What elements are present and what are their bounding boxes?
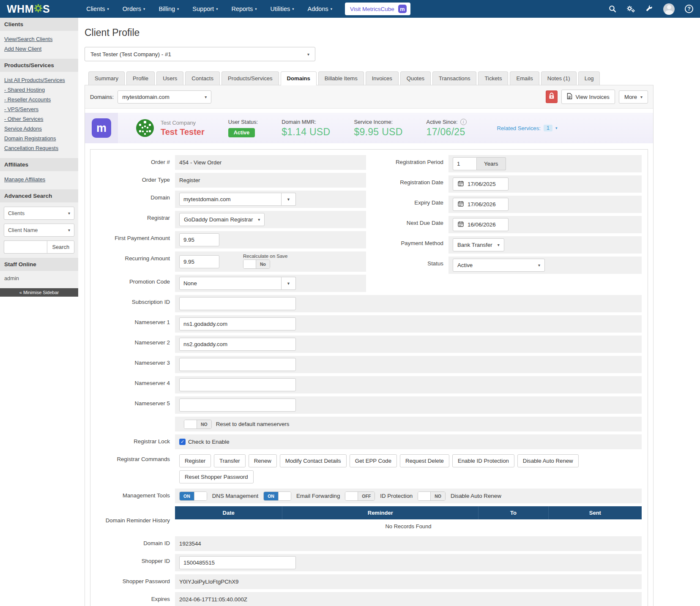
reset-nameservers-toggle[interactable]: NO: [184, 420, 212, 429]
nav-clients[interactable]: Clients▾: [79, 0, 116, 18]
tab-log[interactable]: Log: [578, 71, 600, 85]
nameserver4-input[interactable]: [179, 378, 296, 391]
tab-invoices[interactable]: Invoices: [366, 71, 399, 85]
modify-contact-details-button[interactable]: Modify Contact Details: [280, 454, 347, 467]
help-icon[interactable]: ?: [685, 5, 693, 13]
sidebar-link-shared-hosting[interactable]: - Shared Hosting: [4, 85, 74, 95]
nav-reports[interactable]: Reports▾: [224, 0, 263, 18]
recurring-amount-input[interactable]: [179, 255, 219, 268]
chevron-down-icon: ▾: [216, 0, 218, 18]
sidebar-link-vps-servers[interactable]: - VPS/Servers: [4, 104, 74, 114]
advanced-search-category-select[interactable]: Clients▾: [4, 207, 74, 220]
nav-orders[interactable]: Orders▾: [116, 0, 152, 18]
tab-domains[interactable]: Domains: [281, 71, 317, 85]
disable-auto-renew-button[interactable]: Disable Auto Renew: [517, 454, 579, 467]
nav-support[interactable]: Support▾: [186, 0, 224, 18]
registration-date-input[interactable]: 17/06/2025: [453, 177, 509, 191]
tab-emails[interactable]: Emails: [510, 71, 539, 85]
recalculate-on-save-toggle[interactable]: No: [243, 259, 270, 269]
next-due-date-input[interactable]: 16/06/2026: [453, 218, 509, 231]
expiry-date-input[interactable]: 17/06/2026: [453, 198, 509, 211]
request-delete-button[interactable]: Request Delete: [400, 454, 449, 467]
tab-contacts[interactable]: Contacts: [185, 71, 220, 85]
domain-selector-dropdown[interactable]: mytestdomain.com ▾: [118, 90, 211, 104]
wrench-icon[interactable]: [645, 5, 653, 13]
tab-billable-items[interactable]: Billable Items: [318, 71, 364, 85]
domain-input[interactable]: [179, 193, 282, 206]
sidebar-link-service-addons[interactable]: Service Addons: [4, 124, 74, 134]
enable-id-protection-button[interactable]: Enable ID Protection: [452, 454, 514, 467]
user-avatar[interactable]: [663, 3, 675, 15]
sidebar-link-other-services[interactable]: - Other Services: [4, 114, 74, 124]
payment-method-select[interactable]: Bank Transfer ▾: [453, 238, 504, 251]
system-settings-cogs-icon[interactable]: [626, 5, 635, 13]
sidebar-section-affiliates: Affiliates: [0, 158, 78, 171]
nameserver1-input[interactable]: [179, 317, 296, 330]
shopper-id-input[interactable]: [179, 556, 296, 569]
tab-profile[interactable]: Profile: [126, 71, 155, 85]
transfer-button[interactable]: Transfer: [214, 454, 246, 467]
registrar-lock-checkbox-label: Check to Enable: [188, 439, 230, 445]
renew-button[interactable]: Renew: [249, 454, 277, 467]
visit-metricscube-button[interactable]: Visit MetricsCube m: [345, 3, 410, 15]
registration-period-unit: Years: [477, 157, 506, 170]
nav-billing[interactable]: Billing▾: [152, 0, 186, 18]
column-header-to[interactable]: To: [479, 506, 549, 519]
advanced-search-input[interactable]: [4, 240, 47, 254]
domain-id-value: 1923544: [179, 540, 201, 547]
sidebar-link-reseller-accounts[interactable]: - Reseller Accounts: [4, 95, 74, 104]
whmcs-logo[interactable]: WHMS: [7, 3, 50, 16]
more-button[interactable]: More ▾: [619, 90, 648, 104]
minimise-sidebar-button[interactable]: « Minimise Sidebar: [0, 288, 78, 297]
search-icon[interactable]: [609, 5, 616, 13]
sidebar-link-cancellation-requests[interactable]: Cancellation Requests: [4, 143, 74, 153]
get-epp-code-button[interactable]: Get EPP Code: [350, 454, 397, 467]
info-icon[interactable]: i: [460, 119, 467, 125]
register-button[interactable]: Register: [179, 454, 211, 467]
promotion-code-input[interactable]: [179, 277, 282, 290]
related-services-link[interactable]: Related Services: 1 ▾: [497, 125, 558, 131]
registrar-lock-status-button[interactable]: [546, 90, 558, 103]
domain-dropdown-button[interactable]: ▼: [282, 193, 296, 206]
tab-quotes[interactable]: Quotes: [400, 71, 431, 85]
view-invoices-button[interactable]: View Invoices: [561, 90, 615, 104]
nameserver2-input[interactable]: [179, 338, 296, 351]
sidebar-link-list-all-products[interactable]: List All Products/Services: [4, 75, 74, 85]
nameserver5-row: Nameserver 5: [90, 396, 642, 414]
advanced-search-field-select[interactable]: Client Name▾: [4, 224, 74, 237]
sidebar-link-add-new-client[interactable]: Add New Client: [4, 44, 74, 54]
id-protection-toggle[interactable]: OFF: [345, 491, 375, 501]
registrar-lock-checkbox[interactable]: ✓: [179, 439, 186, 445]
tab-tickets[interactable]: Tickets: [478, 71, 508, 85]
user-status-label: User Status:: [228, 119, 258, 125]
promotion-code-dropdown-button[interactable]: ▼: [282, 277, 296, 290]
email-forwarding-toggle[interactable]: ON: [263, 491, 291, 501]
sidebar-link-view-search-clients[interactable]: View/Search Clients: [4, 34, 74, 44]
registration-period-input[interactable]: [453, 157, 477, 170]
dns-management-toggle[interactable]: ON: [179, 491, 207, 501]
client-selector-dropdown[interactable]: Test Tester (Test Company) - #1 ▾: [85, 47, 315, 61]
column-header-sent[interactable]: Sent: [548, 506, 642, 519]
sidebar-link-domain-registrations[interactable]: Domain Registrations: [4, 134, 74, 143]
first-payment-amount-input[interactable]: [179, 233, 219, 246]
status-select[interactable]: Active ▾: [453, 259, 545, 272]
nav-utilities[interactable]: Utilities▾: [264, 0, 301, 18]
tab-transactions[interactable]: Transactions: [432, 71, 476, 85]
column-header-reminder[interactable]: Reminder: [282, 506, 479, 519]
lock-icon: [549, 93, 555, 101]
reset-shopper-password-button[interactable]: Reset Shopper Password: [179, 470, 254, 483]
tab-notes[interactable]: Notes (1): [541, 71, 577, 85]
nameserver5-input[interactable]: [179, 399, 296, 412]
subscription-id-input[interactable]: [179, 297, 296, 310]
advanced-search-button[interactable]: Search: [47, 240, 74, 254]
order-number-value[interactable]: 454 - View Order: [179, 159, 221, 166]
disable-auto-renew-toggle[interactable]: NO: [418, 491, 446, 501]
registrar-select[interactable]: GoDaddy Domain Registrar ▾: [179, 213, 265, 226]
sidebar-link-manage-affiliates[interactable]: Manage Affiliates: [4, 175, 74, 184]
tab-summary[interactable]: Summary: [88, 71, 125, 85]
tab-users[interactable]: Users: [156, 71, 183, 85]
tab-products-services[interactable]: Products/Services: [221, 71, 279, 85]
nav-addons[interactable]: Addons▾: [301, 0, 339, 18]
nameserver3-input[interactable]: [179, 358, 296, 371]
column-header-date[interactable]: Date: [175, 506, 282, 519]
